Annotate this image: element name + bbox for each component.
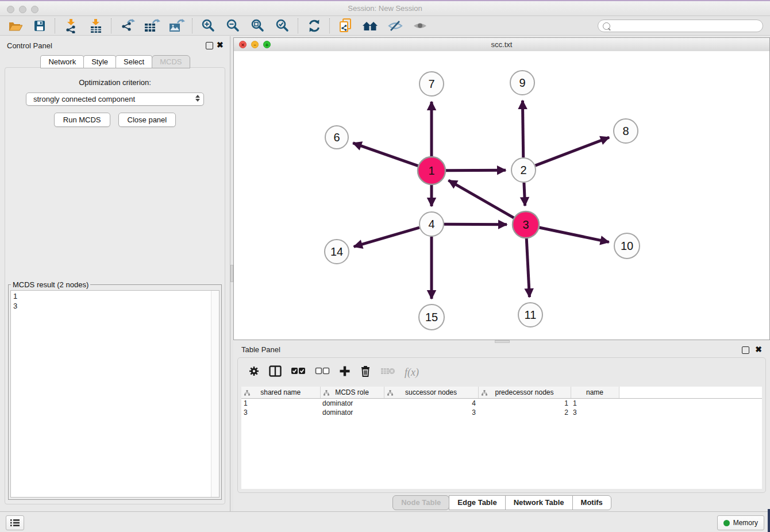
memory-status-icon	[723, 520, 730, 526]
edge-4-14[interactable]	[354, 228, 419, 246]
network-view-window: × – + scc.txt 1234678910111415	[233, 37, 770, 340]
import-table-icon[interactable]	[83, 17, 108, 35]
scrollbar[interactable]	[211, 291, 219, 497]
mcds-result-group: MCDS result (2 nodes) 1 3	[8, 280, 222, 500]
mcds-result-title: MCDS result (2 nodes)	[11, 280, 90, 289]
table-header-row[interactable]: shared name MCDS role successor nodes pr…	[241, 387, 762, 399]
node-8[interactable]: 8	[614, 119, 638, 143]
list-icon	[10, 519, 20, 527]
edge-3-10[interactable]	[539, 228, 609, 242]
home-layout-icon[interactable]	[358, 17, 383, 35]
svg-text:3: 3	[522, 218, 529, 231]
column-type-icon	[482, 390, 487, 398]
desktop-edge	[768, 509, 770, 532]
edge-1-2[interactable]	[446, 170, 506, 171]
show-all-icon[interactable]	[407, 17, 432, 35]
network-view-title: scc.txt	[234, 40, 769, 49]
edge-4-3[interactable]	[444, 224, 507, 225]
search-input[interactable]	[613, 21, 763, 30]
export-network-icon[interactable]	[115, 17, 140, 35]
edge-2-9[interactable]	[522, 101, 523, 157]
zoom-in-icon[interactable]	[196, 17, 221, 35]
column-type-icon	[244, 390, 250, 398]
svg-text:11: 11	[525, 309, 537, 321]
node-9[interactable]: 9	[510, 71, 534, 95]
column-header-successor-nodes[interactable]: successor nodes	[384, 387, 478, 399]
node-3[interactable]: 3	[513, 211, 539, 238]
save-session-icon[interactable]	[27, 17, 52, 35]
clone-network-icon[interactable]	[333, 17, 358, 35]
node-6[interactable]: 6	[325, 126, 348, 149]
control-panel-header: Control Panel ✖	[0, 36, 230, 55]
column-header-predecessor-nodes[interactable]: predecessor nodes	[478, 387, 571, 399]
delete-table-icon	[380, 367, 395, 378]
tab-mcds[interactable]: MCDS	[152, 55, 190, 68]
network-canvas[interactable]: 1234678910111415	[234, 51, 769, 340]
tab-node-table[interactable]: Node Table	[392, 495, 449, 510]
settings-gear-icon[interactable]	[248, 365, 260, 379]
search-box[interactable]	[598, 20, 763, 32]
svg-text:10: 10	[621, 240, 633, 252]
select-all-icon[interactable]	[291, 367, 306, 377]
close-panel-button[interactable]: Close panel	[118, 113, 176, 127]
node-7[interactable]: 7	[419, 72, 444, 96]
table-row[interactable]: 1 dominator 4 1 1	[241, 399, 762, 408]
zoom-selected-icon[interactable]	[270, 17, 295, 35]
tab-edge-table[interactable]: Edge Table	[449, 495, 505, 510]
hide-selected-icon[interactable]	[383, 17, 407, 35]
edge-2-8[interactable]	[536, 137, 609, 165]
open-session-icon[interactable]	[2, 17, 27, 35]
window-title: Session: New Session	[0, 4, 770, 13]
optimization-criterion-select[interactable]: strongly connected component	[26, 92, 204, 106]
tab-select[interactable]: Select	[116, 55, 152, 68]
float-table-panel-icon[interactable]	[742, 346, 749, 354]
import-network-icon[interactable]	[59, 17, 83, 35]
node-4[interactable]: 4	[419, 212, 444, 236]
mcds-result-line: 1	[13, 291, 217, 301]
tab-network-table[interactable]: Network Table	[505, 495, 573, 510]
delete-column-icon[interactable]	[360, 365, 371, 380]
control-panel-tabs: Network Style Select MCDS	[0, 55, 230, 68]
tab-network[interactable]: Network	[40, 55, 84, 68]
add-column-icon[interactable]	[339, 365, 351, 379]
optimization-criterion-value: strongly connected component	[33, 95, 135, 103]
zoom-out-icon[interactable]	[221, 17, 245, 35]
zoom-fit-icon[interactable]	[245, 17, 270, 35]
edge-3-1[interactable]	[448, 180, 514, 218]
column-header-shared-name[interactable]: shared name	[241, 387, 320, 399]
memory-button[interactable]: Memory	[717, 515, 764, 530]
task-history-button[interactable]	[6, 515, 24, 530]
node-11[interactable]: 11	[518, 303, 542, 327]
close-table-panel-icon[interactable]: ✖	[755, 345, 762, 354]
mcds-panel: Optimization criterion: strongly connect…	[5, 67, 225, 504]
node-14[interactable]: 14	[325, 240, 349, 264]
export-table-icon[interactable]	[140, 17, 164, 35]
edge-3-11[interactable]	[526, 238, 529, 297]
float-panel-icon[interactable]	[206, 42, 213, 49]
edge-2-3[interactable]	[524, 183, 525, 206]
export-image-icon[interactable]	[164, 17, 189, 35]
deselect-all-icon[interactable]	[315, 367, 330, 377]
mcds-result-text[interactable]: 1 3	[10, 290, 220, 498]
tab-style[interactable]: Style	[83, 55, 116, 68]
toolbar-separator	[298, 18, 299, 33]
table-panel-tabs: Node Table Edge Table Network Table Moti…	[233, 495, 770, 510]
node-10[interactable]: 10	[614, 233, 640, 259]
node-1[interactable]: 1	[418, 157, 445, 184]
node-15[interactable]: 15	[419, 304, 444, 330]
refresh-icon[interactable]	[302, 17, 326, 35]
table-row[interactable]: 3 dominator 3 2 3	[241, 408, 762, 417]
column-type-icon	[387, 390, 393, 398]
split-columns-icon[interactable]	[269, 365, 282, 379]
column-header-name[interactable]: name	[571, 387, 619, 399]
optimization-criterion-label: Optimization criterion:	[5, 78, 225, 87]
run-mcds-button[interactable]: Run MCDS	[54, 113, 110, 127]
column-header-mcds-role[interactable]: MCDS role	[320, 387, 384, 399]
close-panel-icon[interactable]: ✖	[217, 40, 224, 49]
tab-motifs[interactable]: Motifs	[572, 495, 611, 510]
edge-1-6[interactable]	[353, 143, 418, 166]
network-graph[interactable]: 1234678910111415	[234, 51, 769, 340]
network-window-titlebar[interactable]: × – + scc.txt	[234, 38, 769, 52]
node-table[interactable]: shared name MCDS role successor nodes pr…	[241, 387, 762, 489]
node-2[interactable]: 2	[511, 158, 536, 182]
